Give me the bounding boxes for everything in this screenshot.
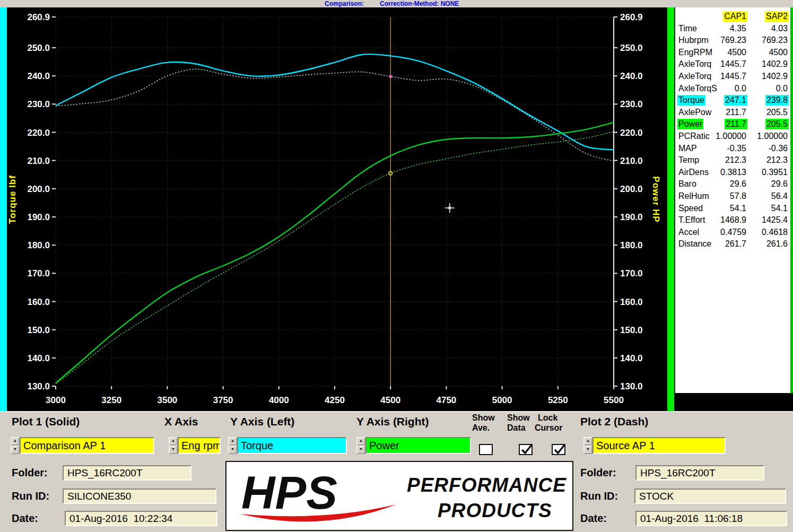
svg-text:3750: 3750 [213,395,233,405]
spinner-up-icon[interactable]: ▲ [11,437,20,446]
run2-id-label: Run ID: [580,490,618,502]
xaxis-spinner: ▲ ▼ [169,437,178,454]
cap1-value: 0.3813 [719,167,747,178]
spinner-down-icon[interactable]: ▼ [583,446,592,454]
channel-label: AirDens [677,167,710,178]
cap1-value: 0.4759 [719,227,747,238]
channel-label: Time [677,23,698,34]
sap2-value: 239.8 [765,95,789,106]
channel-label: AxlePow [677,107,712,118]
show-data-label-2: Data [507,423,526,433]
spinner-down-icon[interactable]: ▼ [169,446,178,454]
show-ave-label-2: Ave. [472,423,490,433]
data-row-time: Time4.354.03 [675,23,790,35]
yaxis-right-label: Y Axis (Right) [356,415,429,428]
svg-text:130.0: 130.0 [620,381,643,391]
channel-label: Power [677,119,703,129]
channel-label: Distance [677,239,712,249]
cap1-value: 54.1 [729,203,747,214]
hps-logo-graphic: HPS PERFORMANCE PRODUCTS [226,462,572,530]
cap1-value: 769.23 [719,35,747,46]
svg-text:210.0: 210.0 [620,156,643,166]
cap1-value: 4.35 [729,23,747,34]
channel-label: Torque [677,95,705,106]
data-row-accel: Accel0.47590.4618 [675,226,790,239]
svg-text:5000: 5000 [492,395,512,405]
data-row-distance: Distance261.7261.6 [675,238,790,250]
cap1-value: 1445.7 [719,59,747,69]
cap1-value: 29.6 [729,179,747,189]
svg-text:200.0: 200.0 [620,184,643,194]
plot2-select[interactable]: Source AP 1 [592,437,726,454]
svg-text:240.0: 240.0 [27,71,50,81]
data-row-power: Power211.7205.5 [675,118,790,130]
yaxis-right-select[interactable]: Power [365,437,471,454]
svg-text:220.0: 220.0 [620,128,643,138]
data-row-engrpm: EngRPM45004500 [675,47,790,59]
sap2-value: 205.5 [765,107,789,118]
spinner-up-icon[interactable]: ▲ [228,437,237,446]
plot2-label: Plot 2 (Dash) [580,415,648,428]
run2-date-field[interactable]: 01-Aug-2016 11:06:18 [635,511,787,526]
channel-label: AxleTorq [677,59,712,69]
yaxis-left-select[interactable]: Torque [237,437,347,454]
data-row-airdens: AirDens0.38130.3951 [675,167,790,179]
cap1-value: 0.0 [734,83,747,94]
lock-cursor-label-1: Lock [538,413,557,423]
svg-text:230.0: 230.0 [27,99,50,109]
run1-date-label: Date: [12,512,38,525]
cap1-value: 1.00000 [714,131,747,142]
cap1-column-header: CAP1 [723,11,747,22]
plot1-select[interactable]: Comparison AP 1 [20,437,154,454]
svg-text:140.0: 140.0 [27,353,50,363]
panel-edge-color-bar [790,7,793,393]
correction-method-label: Correction-Method: NONE [380,0,459,7]
control-panel: Plot 1 (Solid) X Axis Y Axis (Left) Y Ax… [0,411,793,532]
run1-date-field[interactable]: 01-Aug-2016 10:22:34 [65,511,217,526]
plot1-label: Plot 1 (Solid) [12,415,80,428]
svg-text:130.0: 130.0 [27,381,50,391]
sap2-value: 261.6 [765,239,789,249]
logo-products-text: PRODUCTS [438,500,552,521]
spinner-down-icon[interactable]: ▼ [228,446,237,454]
spinner-down-icon[interactable]: ▼ [11,446,20,454]
sap2-value: 56.4 [770,191,789,202]
data-panel-header-row: CAP1SAP2 [675,11,790,23]
run1-folder-field[interactable]: HPS_16RC200T [63,465,191,481]
svg-text:170.0: 170.0 [620,268,643,278]
run1-id-field[interactable]: SILICONE350 [63,489,216,504]
data-row-torque: Torque247.1239.8 [675,94,790,107]
svg-text:200.0: 200.0 [27,184,50,194]
spinner-down-icon[interactable]: ▼ [356,446,365,454]
channel-label: Temp [677,155,700,165]
svg-text:5250: 5250 [548,395,568,405]
channel-label: Accel [677,227,700,238]
run2-id-field[interactable]: STOCK [634,489,786,504]
cap1-value: 211.7 [725,119,747,129]
show-data-checkbox[interactable] [519,444,533,455]
svg-text:160.0: 160.0 [27,297,50,307]
plot1-spinner: ▲ ▼ [11,437,20,454]
hps-logo: HPS PERFORMANCE PRODUCTS [225,461,573,531]
cap1-value: 4500 [726,47,747,58]
data-row-temp: Temp212.3212.3 [675,154,790,167]
sap2-value: 212.3 [765,155,789,165]
spinner-up-icon[interactable]: ▲ [583,437,592,446]
show-ave-checkbox[interactable] [479,444,493,455]
svg-text:210.0: 210.0 [27,156,50,166]
channel-label: EngRPM [677,47,713,58]
cap1-value: 211.7 [725,107,747,118]
run2-folder-field[interactable]: HPS_16RC200T [635,465,764,481]
xaxis-select[interactable]: Eng rpm [178,437,221,454]
cap1-value: 212.3 [724,155,747,165]
svg-text:3000: 3000 [46,395,66,405]
data-row-speed: Speed54.154.1 [675,203,790,215]
lock-cursor-checkbox[interactable] [552,444,565,455]
cap1-value: 1468.9 [719,215,747,225]
spinner-up-icon[interactable]: ▲ [356,437,365,446]
plot2-spinner: ▲ ▼ [583,437,592,454]
top-status-bar: Comparison: Correction-Method: NONE [0,0,793,7]
dyno-chart-plot-area[interactable]: 260.9260.9250.0250.0240.0240.0230.0230.0… [0,7,675,411]
cap1-value: -0.35 [726,143,747,154]
spinner-up-icon[interactable]: ▲ [169,437,178,446]
